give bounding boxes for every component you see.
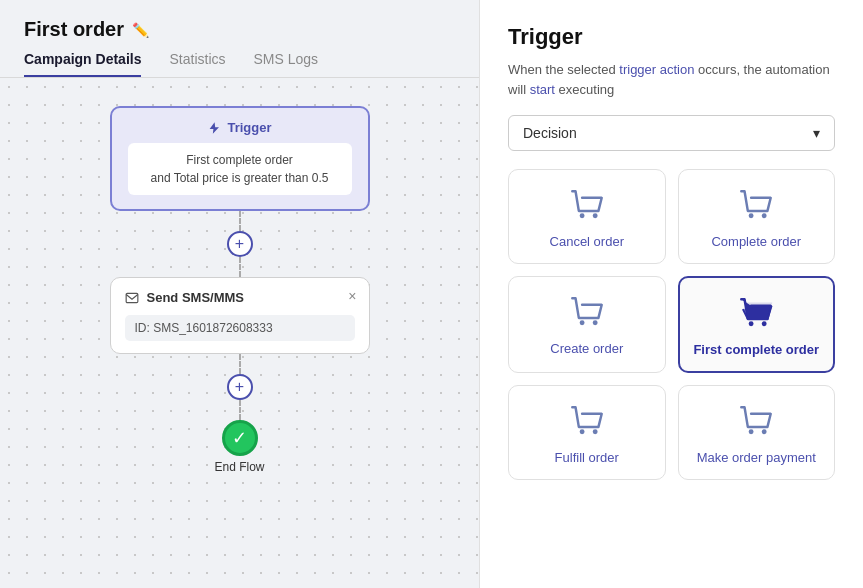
trigger-body: First complete order and Total price is … [128, 143, 352, 195]
edit-icon[interactable]: ✏️ [132, 22, 149, 38]
order-grid: Cancel order Complete order [508, 169, 835, 480]
sms-header: Send SMS/MMS [125, 290, 355, 305]
flow-canvas: Trigger First complete order and Total p… [0, 78, 479, 588]
order-card-label-create: Create order [550, 341, 623, 356]
cart-icon-fulfill [567, 404, 607, 440]
svg-point-7 [749, 321, 754, 326]
right-panel-title: Trigger [508, 24, 835, 50]
svg-point-5 [579, 320, 584, 325]
trigger-header: Trigger [207, 120, 271, 135]
order-card-label-cancel: Cancel order [550, 234, 624, 249]
end-flow-container: ✓ End Flow [214, 420, 264, 474]
svg-point-6 [592, 320, 597, 325]
sms-id-badge: ID: SMS_1601872608333 [125, 315, 355, 341]
end-flow-circle: ✓ [222, 420, 258, 456]
email-icon [125, 292, 139, 304]
order-card-make-payment[interactable]: Make order payment [678, 385, 836, 480]
order-card-label-payment: Make order payment [697, 450, 816, 465]
add-button-2[interactable]: + [227, 374, 253, 400]
right-panel: Trigger When the selected trigger action… [480, 0, 863, 588]
tab-statistics[interactable]: Statistics [169, 51, 225, 77]
page-title-bar: First order ✏️ [0, 0, 479, 51]
add-button-1[interactable]: + [227, 231, 253, 257]
svg-point-12 [762, 429, 767, 434]
order-card-complete-order[interactable]: Complete order [678, 169, 836, 264]
cart-icon-payment [736, 404, 776, 440]
svg-point-8 [762, 321, 767, 326]
svg-point-1 [579, 213, 584, 218]
svg-point-10 [592, 429, 597, 434]
svg-point-3 [749, 213, 754, 218]
dashed-line-4 [239, 400, 241, 420]
order-card-create-order[interactable]: Create order [508, 276, 666, 373]
trigger-block[interactable]: Trigger First complete order and Total p… [110, 106, 370, 211]
highlight-start: start [530, 82, 555, 97]
lightning-icon [207, 121, 221, 135]
order-card-first-complete[interactable]: First complete order [678, 276, 836, 373]
chevron-down-icon: ▾ [813, 125, 820, 141]
highlight-action: action [660, 62, 695, 77]
order-card-label-first-complete: First complete order [693, 342, 819, 357]
sms-close-button[interactable]: × [348, 288, 356, 304]
right-panel-subtitle: When the selected trigger action occurs,… [508, 60, 835, 99]
svg-point-4 [762, 213, 767, 218]
highlight-trigger: trigger [619, 62, 656, 77]
svg-point-2 [592, 213, 597, 218]
cart-icon-create [567, 295, 607, 331]
tab-campaign-details[interactable]: Campaign Details [24, 51, 141, 77]
decision-dropdown[interactable]: Decision ▾ [508, 115, 835, 151]
dashed-line-2 [239, 257, 241, 277]
svg-point-9 [579, 429, 584, 434]
connector-1: + [227, 211, 253, 277]
order-card-label-complete: Complete order [711, 234, 801, 249]
end-flow-label: End Flow [214, 460, 264, 474]
connector-2: + [227, 354, 253, 420]
dashed-line-3 [239, 354, 241, 374]
cart-icon-first-complete [736, 296, 776, 332]
svg-rect-0 [126, 293, 138, 302]
order-card-label-fulfill: Fulfill order [555, 450, 619, 465]
tab-sms-logs[interactable]: SMS Logs [254, 51, 319, 77]
sms-block: Send SMS/MMS × ID: SMS_1601872608333 [110, 277, 370, 354]
cart-icon-complete [736, 188, 776, 224]
order-card-cancel-order[interactable]: Cancel order [508, 169, 666, 264]
cart-icon-cancel [567, 188, 607, 224]
svg-point-11 [749, 429, 754, 434]
left-panel: First order ✏️ Campaign Details Statisti… [0, 0, 480, 588]
order-card-fulfill-order[interactable]: Fulfill order [508, 385, 666, 480]
tabs-bar: Campaign Details Statistics SMS Logs [0, 51, 479, 78]
dashed-line-1 [239, 211, 241, 231]
page-title: First order [24, 18, 124, 41]
